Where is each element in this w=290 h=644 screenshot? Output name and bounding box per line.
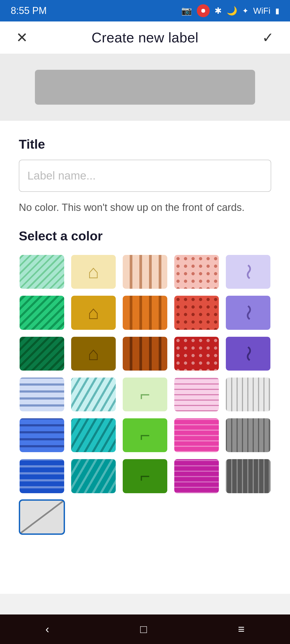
brightness-icon: ✦: [242, 6, 248, 15]
color-grid: [19, 254, 271, 535]
menu-button[interactable]: ≡: [230, 619, 253, 640]
color-swatch-lime-dark[interactable]: [122, 458, 168, 494]
label-preview-area: [0, 54, 290, 121]
color-swatch-cyan-light[interactable]: [70, 377, 117, 412]
color-swatch-pink2-light[interactable]: [173, 377, 220, 412]
color-swatch-lime-light[interactable]: [122, 377, 168, 412]
back-button[interactable]: ‹: [37, 619, 57, 640]
content-area: Title No color. This won't show up on th…: [0, 121, 290, 594]
color-swatch-lavender-light[interactable]: [225, 254, 271, 290]
color-swatch-blue-mid[interactable]: [19, 418, 65, 453]
close-button[interactable]: ✕: [13, 27, 31, 48]
camera-video-icon: 📷: [181, 6, 192, 16]
no-color-description: No color. This won't show up on the fron…: [19, 200, 271, 215]
status-time: 8:55 PM: [11, 5, 47, 16]
color-swatch-orange-mid[interactable]: [122, 295, 168, 330]
color-swatch-blue-light[interactable]: [19, 377, 65, 412]
app-bar: ✕ Create new label ✓: [0, 21, 290, 54]
label-name-input[interactable]: [19, 160, 271, 192]
bottom-nav: ‹ □ ≡: [0, 614, 290, 644]
color-swatch-yellow-mid[interactable]: [70, 295, 117, 330]
select-color-title: Select a color: [19, 229, 271, 243]
color-swatch-yellow-light[interactable]: [70, 254, 117, 290]
color-swatch-lime-mid[interactable]: [122, 418, 168, 453]
color-swatch-cyan-mid[interactable]: [70, 418, 117, 453]
confirm-button[interactable]: ✓: [259, 27, 277, 48]
color-swatch-pink2-dark[interactable]: [173, 458, 220, 494]
color-swatch-purple-mid[interactable]: [225, 295, 271, 330]
moon-icon: 🌙: [227, 6, 237, 16]
status-icons: 📷 ⏺ ✱ 🌙 ✦ WiFi ▮: [181, 4, 279, 17]
color-swatch-pink2-mid[interactable]: [173, 418, 220, 453]
battery-icon: ▮: [275, 6, 279, 15]
color-swatch-purple-dark[interactable]: [225, 336, 271, 371]
color-swatch-none[interactable]: [19, 499, 65, 535]
color-swatch-green-dark[interactable]: [19, 336, 65, 371]
title-label: Title: [19, 137, 271, 152]
color-swatch-red-mid[interactable]: [173, 295, 220, 330]
color-swatch-blue-dark[interactable]: [19, 458, 65, 494]
color-swatch-brown-dark[interactable]: [70, 336, 117, 371]
color-swatch-cyan-dark[interactable]: [70, 458, 117, 494]
color-swatch-gray-light[interactable]: [225, 377, 271, 412]
wifi-icon: WiFi: [253, 6, 270, 16]
page-title: Create new label: [92, 30, 198, 46]
color-swatch-red-dark[interactable]: [173, 336, 220, 371]
home-button[interactable]: □: [132, 619, 155, 640]
color-swatch-pink-light[interactable]: [173, 254, 220, 290]
color-swatch-orange-dark[interactable]: [122, 336, 168, 371]
title-section: Title: [19, 137, 271, 192]
bluetooth-icon: ✱: [215, 6, 222, 16]
color-swatch-green-light[interactable]: [19, 254, 65, 290]
color-swatch-peach-light[interactable]: [122, 254, 168, 290]
record-icon: ⏺: [197, 4, 210, 17]
color-swatch-gray-mid[interactable]: [225, 418, 271, 453]
color-swatch-gray-dark[interactable]: [225, 458, 271, 494]
label-preview: [35, 70, 255, 105]
color-swatch-green-mid[interactable]: [19, 295, 65, 330]
status-bar: 8:55 PM 📷 ⏺ ✱ 🌙 ✦ WiFi ▮: [0, 0, 290, 21]
